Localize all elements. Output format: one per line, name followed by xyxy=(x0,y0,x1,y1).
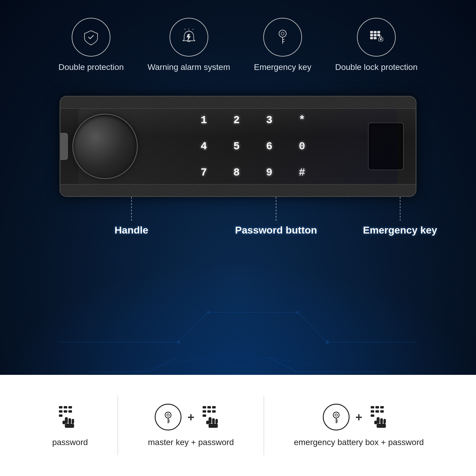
svg-rect-60 xyxy=(212,418,215,424)
double-protection-label: Double protection xyxy=(59,62,124,72)
unlock-method-master-key: + master key + password xyxy=(148,404,234,447)
keypad-finger-icon xyxy=(57,404,83,430)
master-key-label: master key + password xyxy=(148,438,234,447)
safe-keypad-area: 1 2 3 * 4 5 6 0 7 8 9 # xyxy=(150,97,356,196)
svg-point-65 xyxy=(335,414,337,416)
unlock-method-password: password xyxy=(52,404,88,447)
svg-rect-28 xyxy=(370,34,373,36)
svg-point-20 xyxy=(279,30,286,37)
svg-rect-61 xyxy=(215,419,218,424)
svg-rect-29 xyxy=(374,34,376,36)
svg-rect-35 xyxy=(59,406,62,408)
svg-rect-39 xyxy=(64,410,67,413)
safe-handle-notch xyxy=(60,133,68,160)
svg-rect-44 xyxy=(72,419,74,424)
key-1[interactable]: 1 xyxy=(193,111,214,129)
annotations: Handle Password button Emergency key xyxy=(60,197,416,262)
key-6[interactable]: 6 xyxy=(259,137,280,155)
emergency-icons: + xyxy=(323,404,395,430)
keypad-finger-icon-3 xyxy=(368,404,395,430)
svg-rect-55 xyxy=(203,410,206,413)
key-9[interactable]: 9 xyxy=(259,164,280,181)
safe-key-slot xyxy=(368,123,404,170)
svg-rect-74 xyxy=(380,410,384,413)
svg-rect-46 xyxy=(65,424,74,428)
svg-rect-32 xyxy=(374,37,376,39)
password-button-annotation-label: Password button xyxy=(235,224,317,236)
emergency-key-icon-circle xyxy=(323,404,350,430)
double-protection-icon-circle xyxy=(72,18,110,57)
key-5[interactable]: 5 xyxy=(226,137,247,155)
svg-rect-38 xyxy=(59,410,62,413)
key-7[interactable]: 7 xyxy=(193,164,214,181)
svg-rect-41 xyxy=(59,414,62,417)
svg-rect-36 xyxy=(64,406,67,408)
svg-rect-73 xyxy=(375,410,379,413)
handle-annotation-label: Handle xyxy=(115,224,148,236)
emergency-key-annotation-label: Emergency key xyxy=(363,224,437,236)
emergency-key-annotation: Emergency key xyxy=(363,197,437,236)
safe-container: 1 2 3 * 4 5 6 0 7 8 9 # xyxy=(60,96,416,262)
divider-2 xyxy=(264,396,264,455)
password-label: password xyxy=(52,438,88,447)
svg-rect-56 xyxy=(207,410,211,413)
password-button-annotation: Password button xyxy=(235,197,317,236)
divider-1 xyxy=(118,396,118,455)
svg-point-47 xyxy=(165,412,171,418)
features-row: Double protection Warning alarm system xyxy=(59,0,418,84)
master-key-icon xyxy=(161,410,176,425)
key-2[interactable]: 2 xyxy=(226,111,247,129)
feature-double-protection: Double protection xyxy=(59,18,124,72)
svg-rect-71 xyxy=(380,406,384,408)
svg-rect-62 xyxy=(206,421,209,424)
svg-rect-43 xyxy=(68,418,71,424)
svg-point-34 xyxy=(380,39,381,40)
key-star[interactable]: * xyxy=(292,111,312,129)
emergency-battery-label: emergency battery box + password xyxy=(294,438,424,447)
safe-body: 1 2 3 * 4 5 6 0 7 8 9 # xyxy=(60,96,416,197)
unlock-method-emergency: + emergency battery box + password xyxy=(294,404,424,447)
key-icon xyxy=(274,28,292,46)
key-8[interactable]: 8 xyxy=(226,164,247,181)
feature-emergency-key: Emergency key xyxy=(254,18,311,72)
svg-rect-53 xyxy=(207,406,211,408)
key-0[interactable]: 0 xyxy=(292,137,312,155)
svg-rect-40 xyxy=(68,410,72,413)
key-3[interactable]: 3 xyxy=(259,111,280,129)
safe-handle-circle xyxy=(72,114,138,179)
svg-rect-69 xyxy=(371,406,374,408)
svg-rect-31 xyxy=(370,37,373,39)
emergency-key-icon-circle xyxy=(263,18,302,57)
emergency-key-label: Emergency key xyxy=(254,62,311,72)
handle-annotation: Handle xyxy=(115,197,148,236)
svg-rect-63 xyxy=(209,424,218,428)
warning-alarm-label: Warning alarm system xyxy=(148,62,230,72)
emergency-key-icon xyxy=(329,410,344,425)
svg-rect-57 xyxy=(212,410,216,413)
key-4[interactable]: 4 xyxy=(193,137,214,155)
feature-warning-alarm: Warning alarm system xyxy=(148,18,230,72)
svg-rect-26 xyxy=(374,31,376,33)
key-hash[interactable]: # xyxy=(292,164,312,181)
keypad-lock-icon xyxy=(367,28,385,46)
svg-rect-25 xyxy=(370,31,373,33)
svg-rect-54 xyxy=(212,406,216,408)
keypad-finger-icon-2 xyxy=(200,404,227,430)
svg-rect-30 xyxy=(378,34,380,36)
svg-point-64 xyxy=(333,412,339,418)
svg-point-48 xyxy=(167,414,169,416)
svg-rect-77 xyxy=(380,418,383,424)
double-lock-label: Double lock protection xyxy=(335,62,417,72)
warning-alarm-icon-circle xyxy=(170,18,208,57)
svg-rect-58 xyxy=(203,414,206,417)
svg-rect-52 xyxy=(203,406,206,408)
svg-line-19 xyxy=(184,29,185,30)
plus-icon-2: + xyxy=(356,411,362,424)
svg-point-21 xyxy=(281,32,284,35)
feature-double-lock: Double lock protection xyxy=(335,18,417,72)
handle-annotation-line xyxy=(131,197,132,221)
svg-rect-37 xyxy=(68,406,72,408)
svg-rect-45 xyxy=(62,421,65,424)
svg-rect-27 xyxy=(378,31,380,33)
bottom-section: password + xyxy=(0,375,476,476)
